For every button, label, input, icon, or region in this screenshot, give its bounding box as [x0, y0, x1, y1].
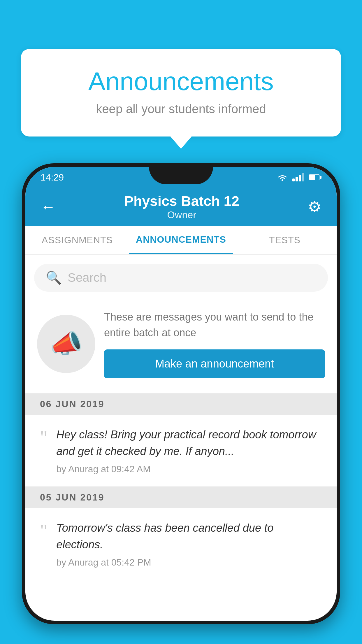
phone-mockup: 14:29: [22, 163, 340, 644]
tab-tests[interactable]: TESTS: [233, 226, 337, 254]
date-divider-2: 05 JUN 2019: [25, 487, 337, 508]
status-time: 14:29: [41, 172, 64, 183]
batch-title: Physics Batch 12: [124, 193, 239, 209]
signal-icon: [292, 173, 304, 181]
settings-button[interactable]: ⚙: [308, 198, 321, 216]
quote-icon-2: ": [40, 522, 48, 540]
phone-frame: 14:29: [22, 163, 340, 624]
promo-right: These are messages you want to send to t…: [104, 309, 325, 378]
announcement-info-bubble: Announcements keep all your students inf…: [21, 49, 341, 136]
announcement-content-2: Tomorrow's class has been cancelled due …: [56, 520, 322, 568]
search-placeholder: Search: [68, 271, 106, 285]
batch-role: Owner: [124, 209, 239, 220]
announcement-content-1: Hey class! Bring your practical record b…: [56, 426, 322, 475]
svg-point-0: [282, 179, 283, 181]
phone-screen: 14:29: [25, 167, 337, 621]
bubble-subtitle: keep all your students informed: [44, 102, 318, 116]
date-divider-1: 06 JUN 2019: [25, 393, 337, 415]
top-bar: ← Physics Batch 12 Owner ⚙: [25, 188, 337, 226]
promo-area: 📣 These are messages you want to send to…: [25, 300, 337, 393]
search-bar[interactable]: 🔍 Search: [34, 264, 328, 292]
back-button[interactable]: ←: [41, 198, 56, 216]
announcement-text-1: Hey class! Bring your practical record b…: [56, 426, 322, 460]
bubble-title: Announcements: [44, 66, 318, 96]
tab-announcements[interactable]: ANNOUNCEMENTS: [129, 226, 233, 254]
announcement-item-1: " Hey class! Bring your practical record…: [25, 415, 337, 487]
tab-bar: ASSIGNMENTS ANNOUNCEMENTS TESTS: [25, 226, 337, 255]
announcement-meta-1: by Anurag at 09:42 AM: [56, 464, 322, 475]
status-icons: [277, 173, 321, 181]
announcement-meta-2: by Anurag at 05:42 PM: [56, 557, 322, 568]
battery-icon: [309, 174, 321, 180]
top-bar-center: Physics Batch 12 Owner: [124, 193, 239, 220]
promo-description: These are messages you want to send to t…: [104, 309, 325, 341]
megaphone-circle: 📣: [37, 315, 95, 373]
search-icon: 🔍: [46, 270, 62, 285]
content-area: 🔍 Search 📣 These are messages you want t…: [25, 255, 337, 580]
make-announcement-button[interactable]: Make an announcement: [104, 349, 325, 378]
quote-icon-1: ": [40, 428, 48, 447]
tab-assignments[interactable]: ASSIGNMENTS: [25, 226, 129, 254]
announcement-item-2: " Tomorrow's class has been cancelled du…: [25, 508, 337, 580]
announcement-text-2: Tomorrow's class has been cancelled due …: [56, 520, 322, 553]
status-bar: 14:29: [25, 167, 337, 188]
megaphone-icon: 📣: [50, 328, 82, 359]
wifi-icon: [277, 173, 288, 181]
